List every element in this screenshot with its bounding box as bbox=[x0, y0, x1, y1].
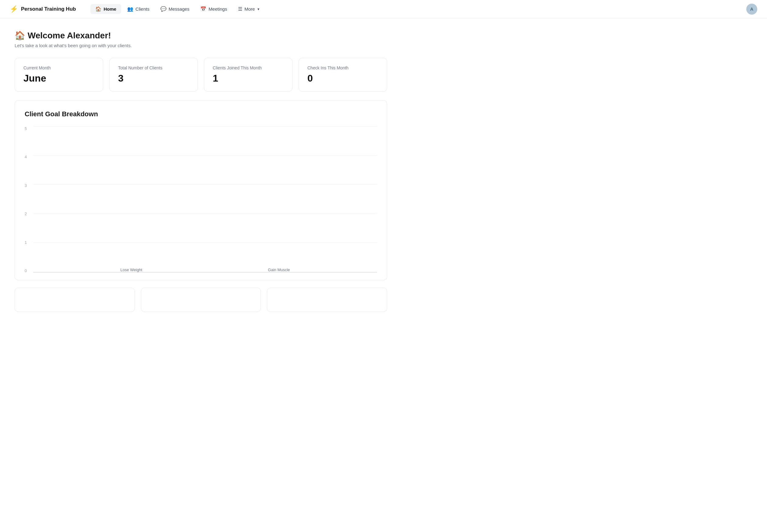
bottom-card-2 bbox=[141, 288, 261, 312]
y-label-3: 3 bbox=[25, 184, 28, 187]
welcome-subtitle: Let's take a look at what's been going o… bbox=[15, 43, 387, 48]
stat-value-1: 3 bbox=[118, 73, 189, 84]
stat-card-2: Clients Joined This Month 1 bbox=[204, 58, 292, 92]
bar-label-0: Lose Weight bbox=[120, 268, 142, 272]
y-label-2: 2 bbox=[25, 212, 28, 216]
stat-label-1: Total Number of Clients bbox=[118, 65, 189, 70]
bottom-card-1 bbox=[15, 288, 135, 312]
stat-label-3: Check Ins This Month bbox=[307, 65, 378, 70]
nav-brand[interactable]: ⚡ Personal Training Hub bbox=[10, 5, 76, 13]
chart-area: 012345 Lose WeightGain Muscle bbox=[25, 127, 377, 273]
clients-icon: 👥 bbox=[127, 6, 133, 12]
meetings-icon: 📅 bbox=[200, 6, 206, 12]
chart-title: Client Goal Breakdown bbox=[25, 110, 377, 118]
messages-label: Messages bbox=[169, 6, 189, 12]
stat-value-0: June bbox=[23, 73, 94, 84]
more-icon: ☰ bbox=[238, 6, 242, 12]
bottom-cards bbox=[15, 288, 387, 312]
bar-label-1: Gain Muscle bbox=[268, 268, 290, 272]
bar-group-0: Lose Weight bbox=[120, 263, 142, 272]
stat-value-2: 1 bbox=[213, 73, 284, 84]
chart-card: Client Goal Breakdown 012345 Lose Weight… bbox=[15, 100, 387, 280]
avatar[interactable]: A bbox=[746, 4, 757, 15]
navbar: ⚡ Personal Training Hub 🏠Home👥Clients💬Me… bbox=[0, 0, 767, 18]
main-content: 🏠 Welcome Alexander! Let's take a look a… bbox=[0, 18, 402, 324]
stat-card-1: Total Number of Clients 3 bbox=[109, 58, 198, 92]
stat-label-2: Clients Joined This Month bbox=[213, 65, 284, 70]
chart-plot: Lose WeightGain Muscle bbox=[33, 127, 377, 273]
meetings-label: Meetings bbox=[208, 6, 227, 12]
stat-card-3: Check Ins This Month 0 bbox=[299, 58, 387, 92]
nav-links: 🏠Home👥Clients💬Messages📅Meetings☰More▾ bbox=[90, 4, 418, 14]
y-label-0: 0 bbox=[25, 269, 28, 273]
stat-value-3: 0 bbox=[307, 73, 378, 84]
home-label: Home bbox=[103, 6, 116, 12]
bars-container: Lose WeightGain Muscle bbox=[33, 127, 377, 272]
brand-name: Personal Training Hub bbox=[21, 6, 76, 12]
welcome-title: 🏠 Welcome Alexander! bbox=[15, 30, 387, 40]
nav-item-messages[interactable]: 💬Messages bbox=[156, 4, 194, 14]
bar-group-1: Gain Muscle bbox=[268, 263, 290, 272]
more-label: More bbox=[244, 6, 255, 12]
y-label-1: 1 bbox=[25, 240, 28, 244]
messages-icon: 💬 bbox=[160, 6, 166, 12]
nav-item-more[interactable]: ☰More▾ bbox=[233, 4, 264, 14]
nav-item-clients[interactable]: 👥Clients bbox=[122, 4, 154, 14]
home-icon: 🏠 bbox=[95, 6, 101, 12]
nav-item-home[interactable]: 🏠Home bbox=[90, 4, 121, 14]
stat-label-0: Current Month bbox=[23, 65, 94, 70]
chevron-down-icon: ▾ bbox=[257, 7, 259, 11]
stat-cards: Current Month June Total Number of Clien… bbox=[15, 58, 387, 92]
clients-label: Clients bbox=[135, 6, 149, 12]
stat-card-0: Current Month June bbox=[15, 58, 103, 92]
y-label-5: 5 bbox=[25, 127, 28, 131]
bottom-card-3 bbox=[267, 288, 387, 312]
nav-item-meetings[interactable]: 📅Meetings bbox=[195, 4, 232, 14]
brand-icon: ⚡ bbox=[10, 5, 18, 13]
chart-y-axis: 012345 bbox=[25, 127, 33, 273]
y-label-4: 4 bbox=[25, 155, 28, 159]
